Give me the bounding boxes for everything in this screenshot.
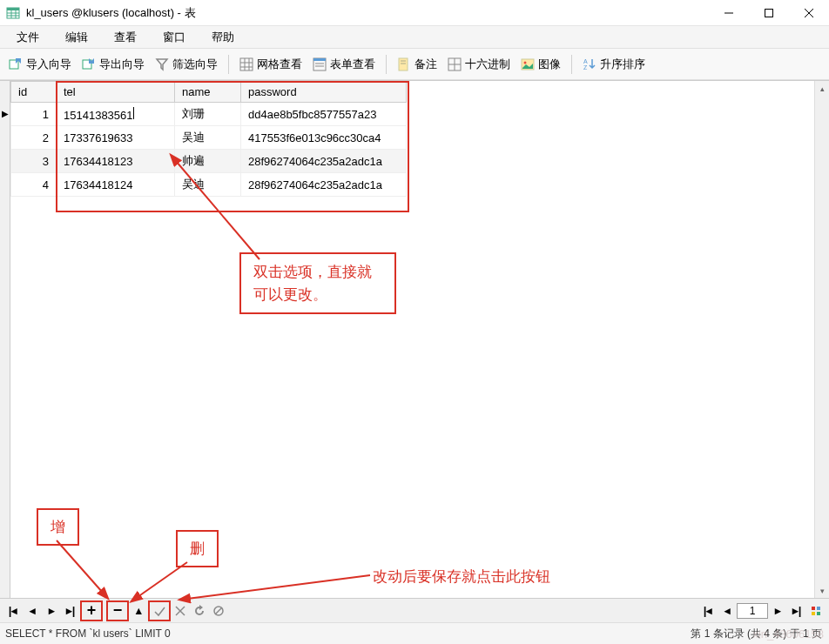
watermark-text: xin_43606158 bbox=[752, 627, 824, 641]
import-icon bbox=[9, 57, 23, 71]
scroll-down-arrow[interactable]: ▾ bbox=[815, 583, 829, 598]
table-row[interactable]: 2 17337619633 吴迪 417553f6e013c96cc30ca4 bbox=[11, 126, 407, 150]
nav-add-button[interactable]: + bbox=[82, 601, 101, 621]
grid-view-button[interactable]: 网格查看 bbox=[234, 54, 307, 75]
annotation-del-highlight: − bbox=[106, 600, 129, 621]
menubar: 文件 编辑 查看 窗口 帮助 bbox=[0, 26, 829, 49]
annotation-arrow-add bbox=[44, 533, 131, 603]
nav-settings-button[interactable] bbox=[806, 601, 826, 621]
hex-icon bbox=[448, 57, 462, 71]
nav-page-input[interactable] bbox=[737, 603, 768, 619]
svg-rect-21 bbox=[399, 58, 408, 70]
menu-view[interactable]: 查看 bbox=[101, 27, 150, 48]
filter-icon bbox=[155, 57, 169, 71]
svg-rect-39 bbox=[812, 607, 815, 610]
svg-rect-41 bbox=[812, 612, 815, 615]
record-navigator: |◂ ◂ ▸ ▸| + − ▴ |◂ ◂ ▸ ▸| bbox=[0, 598, 829, 622]
svg-rect-18 bbox=[313, 58, 326, 61]
export-wizard-button[interactable]: 导出向导 bbox=[77, 54, 150, 75]
svg-text:Z: Z bbox=[583, 64, 588, 70]
scroll-up-arrow[interactable]: ▴ bbox=[815, 81, 829, 96]
memo-button[interactable]: 备注 bbox=[392, 54, 442, 75]
nav-last-button[interactable]: ▸| bbox=[61, 601, 80, 621]
svg-line-32 bbox=[57, 540, 103, 593]
svg-text:A: A bbox=[583, 58, 588, 64]
filter-wizard-button[interactable]: 筛选向导 bbox=[150, 54, 223, 75]
menu-edit[interactable]: 编辑 bbox=[52, 27, 101, 48]
nav-cancel-button[interactable] bbox=[171, 601, 190, 621]
status-sql: SELECT * FROM `kl users` LIMIT 0 bbox=[0, 627, 691, 640]
nav-page-prev-button[interactable]: ◂ bbox=[718, 601, 737, 621]
image-icon bbox=[521, 57, 535, 71]
nav-save-button[interactable] bbox=[150, 601, 169, 621]
svg-rect-42 bbox=[817, 612, 820, 615]
nav-next-button[interactable]: ▸ bbox=[42, 601, 61, 621]
annotation-add-highlight: + bbox=[80, 600, 103, 621]
window-title: kl_users @klusers (localhost) - 表 bbox=[26, 5, 709, 21]
nav-edit-button[interactable]: ▴ bbox=[129, 601, 148, 621]
menu-window[interactable]: 窗口 bbox=[150, 27, 199, 48]
form-icon bbox=[313, 57, 327, 71]
nav-stop-button[interactable] bbox=[209, 601, 228, 621]
column-header-tel[interactable]: tel bbox=[57, 82, 175, 103]
column-header-name[interactable]: name bbox=[175, 82, 241, 103]
nav-prev-button[interactable]: ◂ bbox=[23, 601, 42, 621]
column-header-id[interactable]: id bbox=[11, 82, 57, 103]
toolbar: 导入向导 导出向导 筛选向导 网格查看 表单查看 备注 十六进制 图像 AZ升序… bbox=[0, 49, 829, 80]
svg-line-38 bbox=[215, 607, 222, 614]
cell-editing[interactable]: 15141383561 bbox=[57, 103, 175, 126]
hex-button[interactable]: 十六进制 bbox=[442, 54, 516, 75]
column-header-password[interactable]: password bbox=[241, 82, 407, 103]
svg-point-28 bbox=[524, 61, 527, 64]
maximize-button[interactable] bbox=[749, 0, 789, 26]
svg-rect-1 bbox=[7, 8, 19, 10]
memo-icon bbox=[397, 57, 411, 71]
annotation-del-box: 删 bbox=[176, 530, 219, 567]
sort-asc-icon: AZ bbox=[583, 57, 596, 71]
close-button[interactable] bbox=[789, 0, 829, 26]
form-view-button[interactable]: 表单查看 bbox=[307, 54, 381, 75]
table-row[interactable]: 4 17634418124 吴迪 28f96274064c235a2adc1a bbox=[11, 173, 407, 197]
nav-page-next-button[interactable]: ▸ bbox=[768, 601, 787, 621]
toolbar-separator bbox=[386, 55, 387, 74]
table-row[interactable]: 3 17634418123 帅遍 28f96274064c235a2adc1a bbox=[11, 150, 407, 173]
svg-rect-40 bbox=[817, 607, 820, 610]
table-app-icon bbox=[6, 6, 20, 20]
svg-rect-12 bbox=[240, 58, 253, 70]
minimize-button[interactable] bbox=[709, 0, 749, 26]
image-button[interactable]: 图像 bbox=[516, 54, 566, 75]
sort-asc-button[interactable]: AZ升序排序 bbox=[577, 54, 650, 75]
annotation-save-text: 改动后要保存就点击此按钮 bbox=[373, 567, 550, 587]
annotation-dblclick-box: 双击选项，直接就可以更改。 bbox=[239, 252, 396, 314]
table-row[interactable]: 1 15141383561 刘珊 dd4ae8b5fbc8577557a23 bbox=[11, 103, 407, 126]
toolbar-separator bbox=[571, 55, 572, 74]
nav-first-button[interactable]: |◂ bbox=[3, 601, 23, 621]
grid-icon bbox=[239, 57, 253, 71]
nav-delete-button[interactable]: − bbox=[108, 601, 127, 621]
import-wizard-button[interactable]: 导入向导 bbox=[3, 54, 77, 75]
status-bar: SELECT * FROM `kl users` LIMIT 0 第 1 条记录… bbox=[0, 622, 829, 644]
annotation-add-box: 增 bbox=[37, 508, 79, 546]
window-titlebar: kl_users @klusers (localhost) - 表 bbox=[0, 0, 829, 26]
svg-line-33 bbox=[138, 562, 187, 597]
menu-help[interactable]: 帮助 bbox=[199, 27, 247, 48]
svg-rect-7 bbox=[765, 9, 773, 17]
toolbar-separator bbox=[228, 55, 229, 74]
table-data-area: ▶ id tel name password 1 15141383561 刘珊 … bbox=[0, 80, 829, 598]
svg-line-34 bbox=[187, 575, 370, 599]
export-icon bbox=[82, 57, 96, 71]
nav-page-last-button[interactable]: ▸| bbox=[787, 601, 806, 621]
row-indicator-gutter bbox=[0, 81, 10, 598]
current-row-pointer: ▶ bbox=[0, 103, 10, 124]
menu-file[interactable]: 文件 bbox=[3, 27, 52, 48]
annotation-save-highlight bbox=[148, 600, 171, 621]
vertical-scrollbar[interactable]: ▴ ▾ bbox=[814, 81, 829, 598]
nav-page-first-button[interactable]: |◂ bbox=[698, 601, 718, 621]
nav-refresh-button[interactable] bbox=[190, 601, 209, 621]
data-table[interactable]: id tel name password 1 15141383561 刘珊 dd… bbox=[10, 81, 407, 197]
